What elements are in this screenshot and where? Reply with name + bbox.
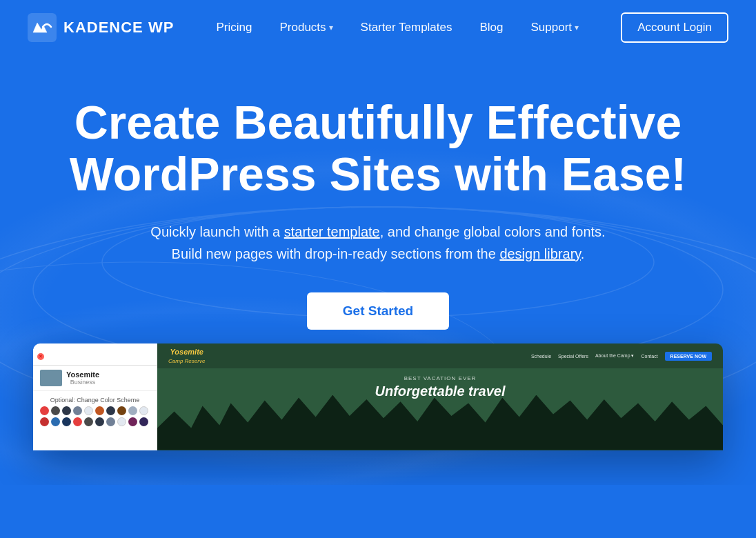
nav-support[interactable]: Support ▾ bbox=[520, 15, 590, 40]
color-swatch[interactable] bbox=[95, 406, 104, 415]
get-started-button[interactable]: Get Started bbox=[307, 292, 449, 330]
color-swatch[interactable] bbox=[51, 406, 60, 415]
color-swatch[interactable] bbox=[73, 406, 82, 415]
color-swatch[interactable] bbox=[40, 406, 49, 415]
support-chevron-icon: ▾ bbox=[575, 23, 579, 32]
color-swatch[interactable] bbox=[51, 417, 60, 426]
logo[interactable]: KADENCE WP bbox=[28, 13, 174, 42]
preview-big-text: Unforgettable travel bbox=[168, 383, 712, 399]
logo-icon bbox=[28, 13, 57, 42]
preview-window: ✕ Yosemite Business Optional: Change Col… bbox=[33, 343, 723, 450]
header: KADENCE WP Pricing Products ▾ Starter Te… bbox=[0, 0, 756, 55]
preview-nav-camp: About the Camp ▾ bbox=[595, 353, 635, 359]
color-swatch[interactable] bbox=[62, 417, 71, 426]
preview-sidebar: ✕ Yosemite Business Optional: Change Col… bbox=[33, 343, 157, 450]
starter-template-link[interactable]: starter template bbox=[284, 224, 380, 239]
nav-blog[interactable]: Blog bbox=[469, 15, 515, 40]
hero-section: Create Beautifully Effective WordPress S… bbox=[0, 55, 756, 485]
color-swatch[interactable] bbox=[106, 406, 115, 415]
color-swatch[interactable] bbox=[117, 406, 126, 415]
color-swatch[interactable] bbox=[84, 417, 93, 426]
preview-color-label: Optional: Change Color Scheme bbox=[33, 394, 157, 405]
hero-subtitle: Quickly launch with a starter template, … bbox=[28, 221, 728, 265]
preview-site-info: Yosemite Business bbox=[66, 370, 99, 386]
nav-products[interactable]: Products ▾ bbox=[268, 15, 344, 40]
nav-starter-templates[interactable]: Starter Templates bbox=[350, 15, 464, 40]
svg-rect-0 bbox=[28, 13, 57, 42]
color-swatch[interactable] bbox=[139, 406, 148, 415]
color-swatch[interactable] bbox=[117, 417, 126, 426]
products-chevron-icon: ▾ bbox=[329, 23, 333, 32]
preview-thumb bbox=[40, 370, 62, 386]
preview-nav-links: Schedule Special Offers About the Camp ▾… bbox=[531, 352, 712, 361]
color-swatch[interactable] bbox=[139, 417, 148, 426]
preview-site-type: Business bbox=[66, 379, 99, 386]
color-swatch[interactable] bbox=[106, 417, 115, 426]
preview-nav-schedule: Schedule bbox=[531, 354, 551, 359]
preview-main: YosemiteCamp Reserve Schedule Special Of… bbox=[157, 343, 723, 450]
close-button[interactable]: ✕ bbox=[37, 353, 44, 360]
preview-window-bar: ✕ bbox=[33, 349, 157, 366]
nav-pricing[interactable]: Pricing bbox=[206, 15, 263, 40]
preview-color-swatches bbox=[33, 405, 157, 428]
color-swatch[interactable] bbox=[62, 406, 71, 415]
color-swatch[interactable] bbox=[40, 417, 49, 426]
preview-navbar: YosemiteCamp Reserve Schedule Special Of… bbox=[157, 343, 723, 369]
preview-sidebar-header: Yosemite Business bbox=[33, 366, 157, 391]
main-nav: Pricing Products ▾ Starter Templates Blo… bbox=[206, 15, 590, 40]
preview-hero-content: BEST VACATION EVER Unforgettable travel bbox=[157, 368, 723, 406]
color-swatch[interactable] bbox=[95, 417, 104, 426]
color-swatch[interactable] bbox=[84, 406, 93, 415]
preview-nav-contact: Contact bbox=[641, 354, 657, 359]
preview-container: ✕ Yosemite Business Optional: Change Col… bbox=[33, 343, 723, 450]
account-login-button[interactable]: Account Login bbox=[621, 12, 728, 43]
preview-site-name: Yosemite bbox=[66, 370, 99, 379]
design-library-link[interactable]: design library bbox=[499, 246, 580, 261]
color-swatch[interactable] bbox=[128, 417, 137, 426]
logo-text: KADENCE WP bbox=[63, 19, 174, 37]
preview-brand: YosemiteCamp Reserve bbox=[168, 348, 205, 365]
preview-reserve-button: RESERVE NOW bbox=[665, 352, 712, 361]
hero-title: Create Beautifully Effective WordPress S… bbox=[68, 97, 688, 200]
color-swatch[interactable] bbox=[73, 417, 82, 426]
color-swatch[interactable] bbox=[128, 406, 137, 415]
preview-tagline: BEST VACATION EVER bbox=[168, 375, 712, 381]
preview-nav-offers: Special Offers bbox=[558, 354, 588, 359]
